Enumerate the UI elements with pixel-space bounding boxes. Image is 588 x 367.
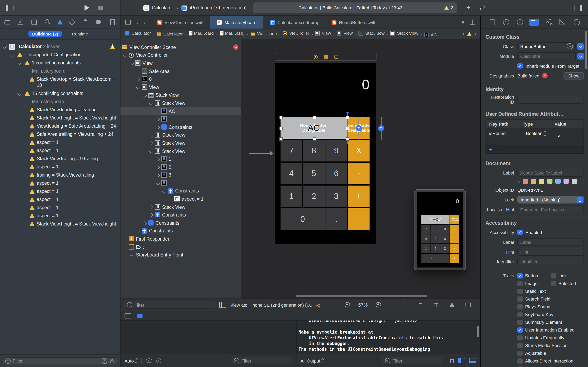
constraint-equal-badge[interactable]: = [355, 125, 362, 131]
calculator-button-x[interactable]: X [450, 225, 459, 234]
calculator-button-=[interactable]: = [348, 208, 370, 230]
navigator-toggle-icon[interactable] [6, 5, 13, 11]
first-responder-icon[interactable] [324, 55, 328, 59]
outline-row[interactable]: →Storyboard Entry Point [121, 251, 241, 259]
update-frames-icon[interactable] [401, 302, 407, 308]
add-editor-button[interactable]: + [466, 4, 470, 12]
calculator-button-0[interactable]: 0 [421, 254, 440, 263]
label-field[interactable]: Label [517, 238, 584, 246]
trait-checkbox[interactable] [517, 273, 523, 278]
breadcrumb-item[interactable]: Calculator [125, 30, 151, 36]
calculator-button-8[interactable]: 8 [303, 140, 325, 161]
calculator-button-2[interactable]: 2 [431, 244, 440, 253]
breadcrumb-item[interactable]: Vie…cene [250, 31, 277, 36]
calculator-button-6[interactable]: 6 [440, 234, 450, 243]
add-attribute-button[interactable]: + [489, 146, 492, 152]
calculator-button-dot[interactable]: . [440, 254, 450, 263]
issue-item[interactable]: aspect = 1 [0, 197, 120, 203]
trait-checkbox[interactable] [517, 327, 523, 333]
stop-button[interactable] [98, 6, 103, 10]
issue-item[interactable]: Stack View.height = Stack View.height [0, 221, 120, 227]
calculator-button-4[interactable]: 4 [421, 234, 431, 243]
selection-handle[interactable] [279, 127, 283, 130]
issue-item[interactable]: View.leading = Safe Area.leading + 24 [0, 123, 120, 129]
canvas-horizontal-scrollbar[interactable] [241, 294, 480, 298]
exit-icon[interactable] [334, 55, 338, 59]
scheme-selector[interactable]: Calculator › iPod touch (7th generation) [143, 5, 247, 11]
zoom-out-icon[interactable] [345, 302, 350, 308]
calculator-button-=[interactable]: = [450, 254, 459, 263]
calculator-button-7[interactable]: 7 [281, 140, 302, 161]
console-source-popup[interactable]: All Output [301, 358, 324, 363]
trait-checkbox[interactable] [517, 335, 523, 340]
outline-row[interactable]: Constraints [121, 187, 241, 195]
attributes-inspector-icon[interactable] [545, 18, 553, 26]
color-swatch[interactable] [572, 179, 577, 184]
calculator-button-8[interactable]: 8 [431, 225, 440, 234]
issue-item[interactable]: Unsupported Configuration [0, 52, 120, 58]
document-label-field[interactable]: Xcode Specific Label [517, 169, 584, 176]
error-badge-icon[interactable]: × [542, 73, 548, 78]
outline-row[interactable]: B+ [121, 179, 241, 187]
outline-row[interactable]: Stack View [121, 91, 241, 99]
issue-item[interactable]: 1 conflicting constraints [0, 60, 120, 66]
color-swatch[interactable] [539, 179, 545, 184]
outline-row[interactable]: Stack View [121, 139, 241, 147]
find-navigator-icon[interactable] [44, 19, 51, 25]
trait-checkbox[interactable] [517, 312, 523, 317]
quick-look-icon[interactable] [146, 359, 152, 363]
console-filter-field[interactable]: Filter [382, 357, 443, 365]
breadcrumb-item[interactable]: Vie…roller [282, 30, 309, 36]
jump-to-class-icon[interactable]: → [567, 43, 573, 49]
align-icon[interactable] [417, 302, 424, 308]
scheme-name[interactable]: Calculator [152, 5, 173, 10]
editor-tab-main-storyboard[interactable]: Main.storyboard [210, 16, 264, 29]
console-scrollbar[interactable] [477, 326, 479, 337]
warnings-filter-icon[interactable] [109, 359, 115, 363]
view-controller-icon[interactable] [314, 55, 318, 59]
outline-row[interactable]: 1First Responder [121, 235, 241, 243]
inherit-module-checkbox[interactable] [517, 63, 523, 68]
designables-show-button[interactable]: Show [564, 72, 584, 79]
issue-item[interactable]: aspect = 1 [0, 213, 120, 219]
reports-navigator-icon[interactable] [109, 19, 116, 25]
connections-inspector-icon[interactable] [572, 18, 581, 26]
outline-row[interactable]: Stack View [121, 203, 241, 211]
zoom-in-icon[interactable] [376, 302, 381, 308]
breadcrumb-item[interactable]: Calculator [156, 31, 183, 36]
selection-handle[interactable] [346, 127, 349, 130]
calculator-button-4[interactable]: 4 [281, 163, 302, 184]
color-swatch[interactable] [531, 179, 536, 184]
issue-item[interactable]: aspect = 1 [0, 205, 120, 211]
zoom-level[interactable]: 67% [358, 302, 368, 307]
breadcrumb-item[interactable]: View [315, 30, 331, 36]
color-swatch[interactable] [564, 179, 569, 184]
trait-checkbox[interactable] [517, 350, 523, 356]
issue-item[interactable]: aspect = 1 [0, 188, 120, 194]
restoration-id-field[interactable] [517, 96, 584, 103]
previous-issue-icon[interactable]: ‹ [463, 31, 464, 37]
calculator-button-x[interactable]: X [348, 140, 370, 161]
outline-row[interactable]: L0 [121, 75, 241, 83]
trait-checkbox[interactable] [517, 319, 523, 325]
trait-checkbox[interactable] [517, 296, 523, 301]
editor-tab-viewcontroller-swift[interactable]: ViewController.swift [150, 16, 210, 29]
selection-handle[interactable] [346, 116, 349, 119]
issue-item[interactable]: Stack View.top = Stack View.bottom + 10 [0, 76, 120, 89]
selection-handle[interactable] [312, 116, 316, 119]
attr-key-path[interactable]: isRound [486, 131, 523, 136]
trait-checkbox[interactable] [517, 281, 523, 286]
source-control-navigator-icon[interactable] [17, 19, 25, 25]
module-field[interactable]: Calculator [517, 52, 576, 60]
size-inspector-icon[interactable] [559, 18, 567, 26]
add-constraints-icon[interactable] [433, 302, 439, 308]
class-dropdown-icon[interactable] [577, 43, 584, 50]
issues-tab-buildtime-[interactable]: Buildtime (2) [28, 31, 62, 37]
issue-item[interactable]: aspect = 1 [0, 180, 120, 186]
quick-help-inspector-icon[interactable] [516, 18, 524, 26]
outline-row[interactable]: Safe Area [121, 67, 241, 75]
related-items-icon[interactable] [125, 20, 131, 25]
localizer-hint-field[interactable]: Comment For Localizer [517, 206, 584, 213]
file-inspector-icon[interactable] [488, 18, 496, 26]
back-icon[interactable]: ‹ [136, 19, 138, 25]
